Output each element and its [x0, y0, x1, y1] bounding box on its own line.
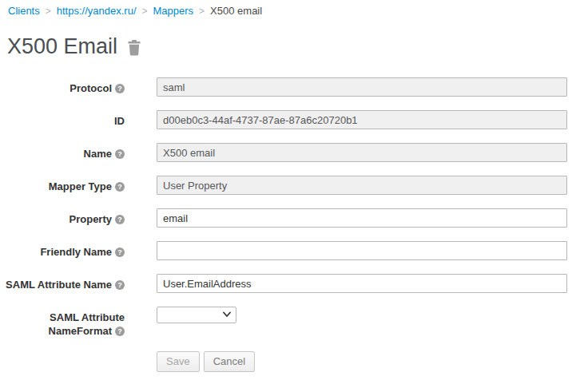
saml-attribute-name-label: SAML Attribute Name?: [0, 274, 125, 291]
page-header: X500 Email: [0, 34, 572, 59]
svg-text:?: ?: [117, 183, 122, 191]
saml-attribute-nameformat-input-col: [157, 307, 567, 323]
friendly-name-label-text: Friendly Name: [40, 246, 112, 258]
friendly-name-label: Friendly Name?: [0, 241, 125, 259]
form-group-property: Property?: [0, 208, 572, 228]
id-label: ID: [0, 110, 125, 128]
friendly-name-input-col: [157, 241, 567, 260]
form-group-saml-attribute-name: SAML Attribute Name?: [0, 274, 572, 293]
help-icon[interactable]: ?: [115, 149, 125, 159]
breadcrumb-mappers-link[interactable]: Mappers: [153, 5, 194, 17]
trash-icon: [128, 46, 141, 58]
breadcrumb-separator: >: [46, 6, 51, 17]
cancel-button[interactable]: Cancel: [204, 351, 255, 372]
protocol-input: [157, 77, 567, 97]
form-group-id: ID: [0, 110, 572, 129]
id-label-text: ID: [114, 115, 125, 127]
name-input-col: [157, 143, 567, 162]
mapper-form: Protocol? ID Name? Mapper Type? Property: [0, 77, 572, 372]
id-input-col: [157, 110, 567, 129]
svg-text:?: ?: [117, 216, 122, 224]
svg-text:?: ?: [117, 281, 122, 289]
property-input[interactable]: [157, 208, 567, 228]
property-input-col: [157, 208, 567, 228]
svg-text:?: ?: [117, 327, 122, 335]
saml-attribute-name-input-col: [157, 274, 567, 293]
mapper-type-input: [157, 176, 567, 195]
svg-text:?: ?: [117, 150, 122, 158]
help-icon[interactable]: ?: [115, 327, 125, 336]
saml-attribute-nameformat-label-text: SAML Attribute NameFormat: [49, 311, 125, 337]
breadcrumb: Clients>https://yandex.ru/>Mappers>X500 …: [0, 0, 572, 18]
breadcrumb-separator: >: [199, 6, 205, 17]
help-icon[interactable]: ?: [115, 182, 125, 192]
svg-text:?: ?: [117, 248, 122, 256]
breadcrumb-separator: >: [142, 6, 148, 17]
save-button[interactable]: Save: [157, 351, 200, 372]
form-group-protocol: Protocol?: [0, 77, 572, 97]
svg-text:?: ?: [117, 85, 122, 93]
form-group-friendly-name: Friendly Name?: [0, 241, 572, 260]
property-label: Property?: [0, 208, 125, 226]
breadcrumb-current-item: X500 email: [210, 5, 262, 17]
breadcrumb-clients-link[interactable]: Clients: [8, 5, 40, 17]
help-icon[interactable]: ?: [115, 84, 125, 93]
form-group-name: Name?: [0, 143, 572, 162]
page-title: X500 Email: [7, 34, 117, 59]
id-input: [157, 110, 567, 129]
mapper-type-input-col: [157, 176, 567, 195]
mapper-type-label-text: Mapper Type: [49, 180, 112, 192]
mapper-detail-page: Clients>https://yandex.ru/>Mappers>X500 …: [0, 0, 572, 372]
name-label-text: Name: [84, 148, 112, 160]
help-icon[interactable]: ?: [115, 215, 125, 224]
protocol-label: Protocol?: [0, 77, 125, 95]
saml-attribute-name-input[interactable]: [157, 274, 567, 293]
help-icon[interactable]: ?: [115, 280, 125, 290]
form-group-mapper-type: Mapper Type?: [0, 176, 572, 195]
name-label: Name?: [0, 143, 125, 160]
delete-mapper-button[interactable]: [128, 40, 141, 56]
saml-attribute-name-label-text: SAML Attribute Name: [6, 279, 112, 291]
form-buttons: Save Cancel: [157, 351, 572, 372]
protocol-input-col: [157, 77, 567, 97]
property-label-text: Property: [70, 213, 112, 225]
help-icon[interactable]: ?: [115, 247, 125, 257]
name-input: [157, 143, 567, 162]
saml-attribute-nameformat-select[interactable]: [157, 307, 236, 323]
saml-attribute-nameformat-select-wrap: [157, 307, 236, 323]
protocol-label-text: Protocol: [70, 82, 112, 94]
friendly-name-input[interactable]: [157, 241, 567, 260]
mapper-type-label: Mapper Type?: [0, 176, 125, 193]
saml-attribute-nameformat-label: SAML Attribute NameFormat?: [0, 307, 125, 338]
form-group-saml-attribute-nameformat: SAML Attribute NameFormat?: [0, 307, 572, 338]
breadcrumb-client-link[interactable]: https://yandex.ru/: [57, 5, 137, 17]
